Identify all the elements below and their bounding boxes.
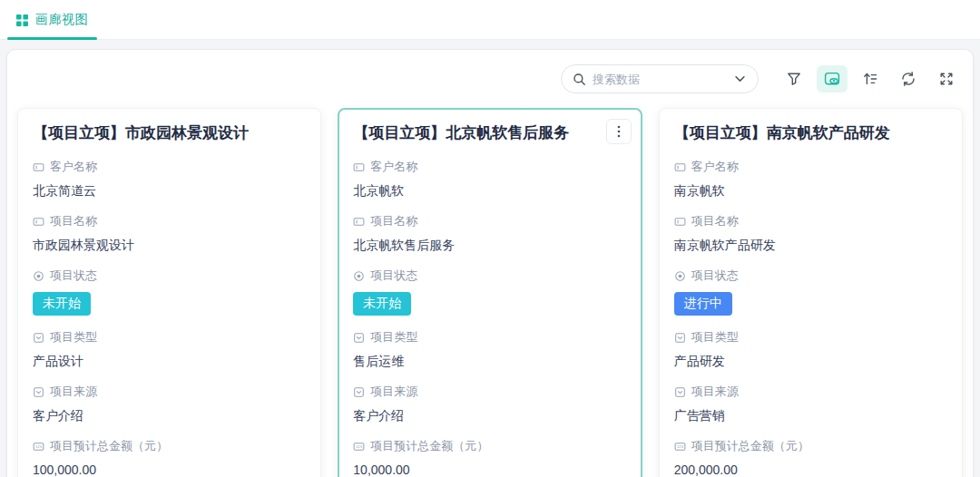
field-label-text: 项目名称 [50, 213, 97, 229]
search-field-dropdown[interactable] [733, 73, 747, 84]
field-label-text: 项目状态 [370, 268, 417, 284]
field-label: 项目类型 [33, 329, 306, 346]
field-label: 项目名称 [33, 213, 306, 229]
tab-label: 画廊视图 [35, 12, 88, 28]
field-value: 200,000.00 [674, 462, 947, 477]
field-value: 客户介绍 [353, 408, 626, 424]
text-field-icon [33, 161, 44, 173]
status-badge: 未开始 [353, 292, 411, 316]
number-field-icon [353, 441, 365, 453]
field-label: 项目名称 [353, 213, 626, 229]
text-field-icon [674, 216, 686, 228]
field-label-text: 项目预计总金额（元） [370, 438, 488, 454]
status-badge: 进行中 [674, 292, 732, 316]
refresh-button[interactable] [893, 65, 924, 92]
field-value: 北京帆软 [353, 183, 626, 200]
select-field-icon [33, 386, 44, 398]
card-title: 【项目立项】北京帆软售后服务 [353, 122, 626, 145]
field-value: 广告营销 [674, 408, 947, 424]
field-value: 10,000.00 [353, 462, 626, 477]
field-value: 市政园林景观设计 [33, 238, 306, 254]
gallery-panel: 【项目立项】市政园林景观设计 客户名称 北京简道云 项目名称 市政园林景观设计 … [6, 49, 974, 477]
kebab-menu-icon [617, 125, 621, 138]
select-field-icon [33, 332, 44, 344]
field-value: 售后运维 [353, 354, 626, 370]
tab-bar: 画廊视图 [0, 0, 980, 40]
status-badge: 未开始 [33, 292, 91, 316]
field-label-text: 客户名称 [50, 159, 97, 175]
field-label: 项目预计总金额（元） [33, 438, 306, 454]
field-label-text: 客户名称 [370, 159, 417, 175]
chevron-down-icon [735, 75, 745, 83]
search-input[interactable] [593, 73, 733, 86]
select-field-icon [674, 386, 686, 398]
field-label-text: 项目类型 [370, 329, 417, 346]
field-label: 客户名称 [674, 159, 947, 175]
text-field-icon [674, 161, 686, 173]
radio-field-icon [33, 270, 44, 282]
field-label-text: 项目来源 [691, 384, 739, 400]
field-value: 南京帆软 [674, 183, 947, 200]
field-value: 北京简道云 [33, 183, 306, 200]
field-label: 项目预计总金额（元） [353, 438, 626, 454]
card-title: 【项目立项】南京帆软产品研发 [674, 122, 947, 145]
select-field-icon [353, 386, 365, 398]
field-label-text: 项目名称 [691, 213, 739, 229]
field-value: 100,000.00 [33, 462, 306, 477]
select-field-icon [353, 332, 365, 344]
gallery-card[interactable]: 【项目立项】市政园林景观设计 客户名称 北京简道云 项目名称 市政园林景观设计 … [17, 108, 321, 477]
field-label: 项目来源 [353, 384, 626, 400]
field-label-text: 项目类型 [50, 329, 97, 346]
funnel-icon [786, 71, 802, 87]
field-label: 项目类型 [674, 329, 947, 346]
field-label-text: 项目类型 [691, 329, 739, 346]
field-label: 项目来源 [674, 384, 947, 400]
number-field-icon [674, 441, 686, 453]
field-label-text: 项目来源 [370, 384, 417, 400]
field-label: 项目状态 [674, 268, 947, 284]
field-label: 项目预计总金额（元） [674, 438, 947, 454]
field-label: 项目状态 [353, 268, 626, 284]
field-label: 客户名称 [353, 159, 626, 175]
grid-icon [16, 15, 28, 26]
card-more-button[interactable] [606, 119, 632, 144]
field-value: 客户介绍 [33, 408, 306, 424]
field-label-text: 项目来源 [50, 384, 97, 400]
text-field-icon [353, 216, 365, 228]
field-label: 客户名称 [33, 159, 306, 175]
search-icon [573, 73, 586, 86]
number-field-icon [33, 441, 44, 453]
card-eye-icon [824, 71, 840, 87]
select-field-icon [674, 332, 686, 344]
sort-button[interactable] [855, 65, 886, 92]
toolbar [7, 64, 962, 93]
text-field-icon [353, 161, 365, 173]
gallery-card[interactable]: 【项目立项】南京帆软产品研发 客户名称 南京帆软 项目名称 南京帆软产品研发 项… [659, 108, 963, 477]
gallery-card[interactable]: 【项目立项】北京帆软售后服务 客户名称 北京帆软 项目名称 北京帆软售后服务 项… [338, 108, 642, 477]
active-tab-underline [7, 37, 97, 40]
expand-icon [938, 71, 955, 87]
field-label-text: 项目状态 [691, 268, 739, 284]
filter-button[interactable] [779, 65, 809, 92]
refresh-icon [900, 71, 916, 87]
field-label-text: 项目预计总金额（元） [691, 438, 809, 454]
card-list: 【项目立项】市政园林景观设计 客户名称 北京简道云 项目名称 市政园林景观设计 … [7, 93, 973, 477]
tab-gallery-view[interactable]: 画廊视图 [7, 0, 97, 40]
display-settings-button[interactable] [817, 65, 848, 92]
field-label: 项目类型 [353, 329, 626, 346]
field-label-text: 项目名称 [370, 213, 417, 229]
field-label-text: 项目状态 [50, 268, 97, 284]
field-label: 项目名称 [674, 213, 947, 229]
field-label: 项目状态 [33, 268, 306, 284]
field-value: 北京帆软售后服务 [353, 238, 626, 254]
field-label: 项目来源 [33, 384, 306, 400]
sort-icon [862, 71, 878, 87]
search-box[interactable] [561, 64, 759, 93]
field-value: 产品设计 [33, 354, 306, 370]
fullscreen-button[interactable] [931, 65, 962, 92]
field-label-text: 客户名称 [691, 159, 739, 175]
field-value: 南京帆软产品研发 [674, 238, 947, 254]
text-field-icon [33, 216, 44, 228]
field-value: 产品研发 [674, 354, 947, 370]
field-label-text: 项目预计总金额（元） [50, 438, 168, 454]
